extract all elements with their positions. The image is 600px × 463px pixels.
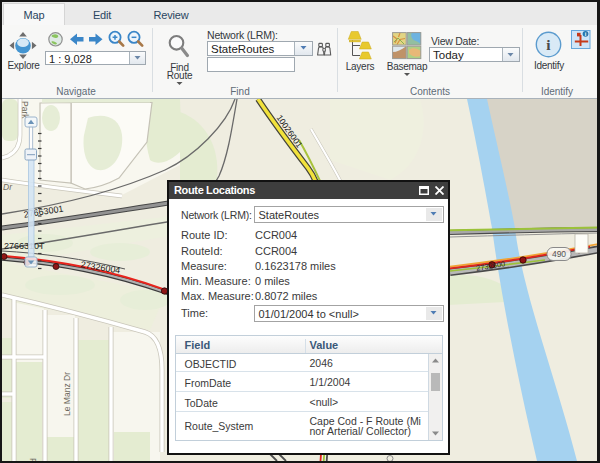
svg-text:Park: Park: [20, 101, 30, 119]
svg-text:i: i: [546, 36, 551, 53]
svg-text:490: 490: [552, 249, 566, 259]
svg-text:Dr: Dr: [3, 182, 13, 192]
svg-text:Le Manz Dr: Le Manz Dr: [62, 372, 72, 416]
svg-text:P: P: [28, 458, 38, 461]
